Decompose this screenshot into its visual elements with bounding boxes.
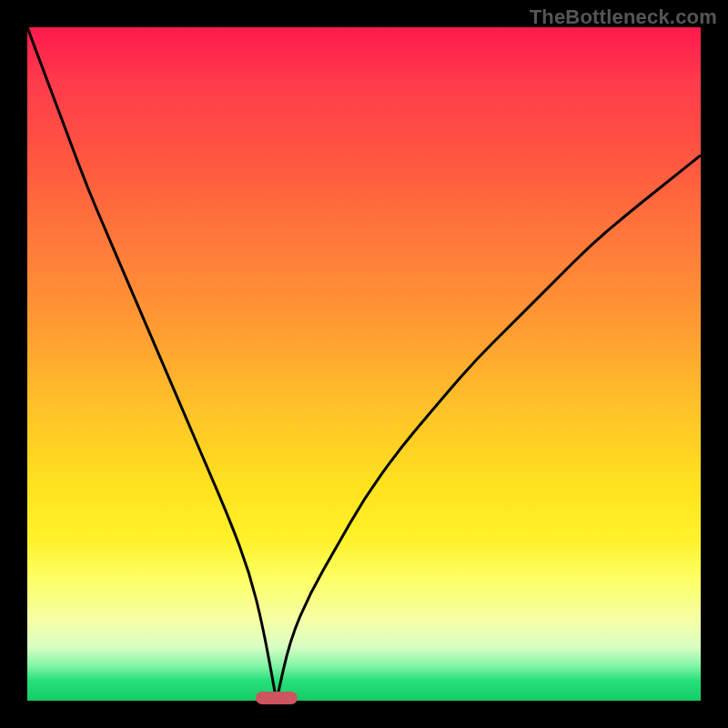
watermark-text: TheBottleneck.com (530, 5, 717, 29)
minimum-marker (256, 692, 298, 704)
chart-frame: TheBottleneck.com (0, 0, 728, 728)
curve-path (27, 27, 701, 701)
plot-area (27, 27, 701, 701)
bottleneck-curve (27, 27, 701, 701)
